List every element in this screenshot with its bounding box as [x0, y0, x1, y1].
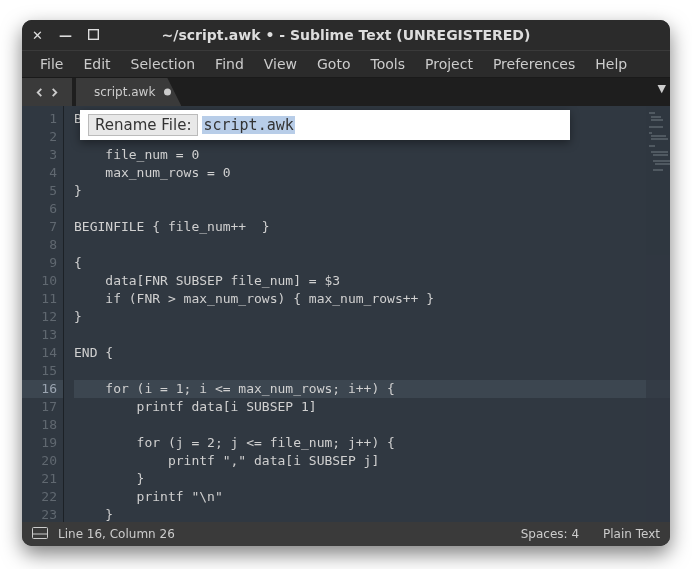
tabbar: script.awk ▼ [22, 78, 670, 106]
code-line[interactable]: printf "\n" [74, 488, 670, 506]
minimap[interactable] [646, 106, 670, 522]
menu-find[interactable]: Find [207, 54, 252, 74]
line-number: 18 [22, 416, 57, 434]
code-line[interactable]: for (i = 1; i <= max_num_rows; i++) { [74, 380, 670, 398]
app-window: ✕ — ~/script.awk • - Sublime Text (UNREG… [22, 20, 670, 546]
nav-forward-icon[interactable] [50, 88, 59, 97]
status-syntax[interactable]: Plain Text [603, 527, 660, 541]
code-line[interactable] [74, 362, 670, 380]
line-number: 22 [22, 488, 57, 506]
tab-dirty-indicator [164, 89, 171, 96]
line-number: 15 [22, 362, 57, 380]
code-line[interactable] [74, 236, 670, 254]
minimize-icon[interactable]: — [59, 28, 72, 43]
nav-back-icon[interactable] [35, 88, 44, 97]
line-number: 12 [22, 308, 57, 326]
close-icon[interactable]: ✕ [32, 28, 43, 43]
line-number: 16 [22, 380, 63, 398]
code-line[interactable]: } [74, 308, 670, 326]
line-number: 21 [22, 470, 57, 488]
tab-script-awk[interactable]: script.awk [76, 78, 181, 106]
rename-prompt-label: Rename File: [88, 114, 198, 136]
code-line[interactable]: max_num_rows = 0 [74, 164, 670, 182]
line-number: 8 [22, 236, 57, 254]
svg-rect-1 [33, 527, 48, 538]
code-line[interactable]: printf data[i SUBSEP 1] [74, 398, 670, 416]
svg-rect-0 [88, 29, 98, 39]
maximize-icon[interactable] [88, 28, 99, 43]
window-controls: ✕ — [32, 28, 132, 43]
line-number: 11 [22, 290, 57, 308]
line-number: 19 [22, 434, 57, 452]
status-indent[interactable]: Spaces: 4 [521, 527, 579, 541]
tab-dropdown-icon[interactable]: ▼ [658, 82, 666, 95]
history-nav[interactable] [22, 78, 72, 106]
rename-file-overlay[interactable]: Rename File: script.awk [80, 110, 570, 140]
line-number: 3 [22, 146, 57, 164]
code-line[interactable]: printf "," data[i SUBSEP j] [74, 452, 670, 470]
editor: 1234567891011121314151617181920212223242… [22, 106, 670, 522]
code-line[interactable]: file_num = 0 [74, 146, 670, 164]
line-number: 17 [22, 398, 57, 416]
menu-file[interactable]: File [32, 54, 71, 74]
menu-project[interactable]: Project [417, 54, 481, 74]
code-line[interactable]: data[FNR SUBSEP file_num] = $3 [74, 272, 670, 290]
line-number: 20 [22, 452, 57, 470]
statusbar: Line 16, Column 26 Spaces: 4 Plain Text [22, 522, 670, 546]
code-line[interactable]: } [74, 470, 670, 488]
menu-tools[interactable]: Tools [362, 54, 413, 74]
line-number: 6 [22, 200, 57, 218]
code-line[interactable]: if (FNR > max_num_rows) { max_num_rows++… [74, 290, 670, 308]
menu-edit[interactable]: Edit [75, 54, 118, 74]
status-position[interactable]: Line 16, Column 26 [58, 527, 175, 541]
line-number: 5 [22, 182, 57, 200]
code-line[interactable] [74, 326, 670, 344]
line-number: 7 [22, 218, 57, 236]
code-line[interactable]: } [74, 506, 670, 522]
line-number: 1 [22, 110, 57, 128]
code-area[interactable]: B file_num = 0 max_num_rows = 0} BEGINFI… [64, 106, 670, 522]
menu-view[interactable]: View [256, 54, 305, 74]
line-number: 14 [22, 344, 57, 362]
line-number: 2 [22, 128, 57, 146]
code-line[interactable]: END { [74, 344, 670, 362]
code-line[interactable]: for (j = 2; j <= file_num; j++) { [74, 434, 670, 452]
menubar: File Edit Selection Find View Goto Tools… [22, 50, 670, 78]
line-number: 4 [22, 164, 57, 182]
code-line[interactable] [74, 200, 670, 218]
code-line[interactable] [74, 416, 670, 434]
menu-preferences[interactable]: Preferences [485, 54, 583, 74]
menu-help[interactable]: Help [587, 54, 635, 74]
line-number: 23 [22, 506, 57, 522]
rename-input[interactable]: script.awk [202, 116, 294, 134]
console-icon[interactable] [32, 527, 48, 542]
titlebar: ✕ — ~/script.awk • - Sublime Text (UNREG… [22, 20, 670, 50]
line-number: 13 [22, 326, 57, 344]
menu-selection[interactable]: Selection [123, 54, 204, 74]
gutter: 1234567891011121314151617181920212223242… [22, 106, 64, 522]
line-number: 9 [22, 254, 57, 272]
line-number: 10 [22, 272, 57, 290]
code-line[interactable]: { [74, 254, 670, 272]
menu-goto[interactable]: Goto [309, 54, 358, 74]
window-title: ~/script.awk • - Sublime Text (UNREGISTE… [132, 27, 560, 43]
code-line[interactable]: } [74, 182, 670, 200]
tab-label: script.awk [94, 85, 155, 99]
code-line[interactable]: BEGINFILE { file_num++ } [74, 218, 670, 236]
